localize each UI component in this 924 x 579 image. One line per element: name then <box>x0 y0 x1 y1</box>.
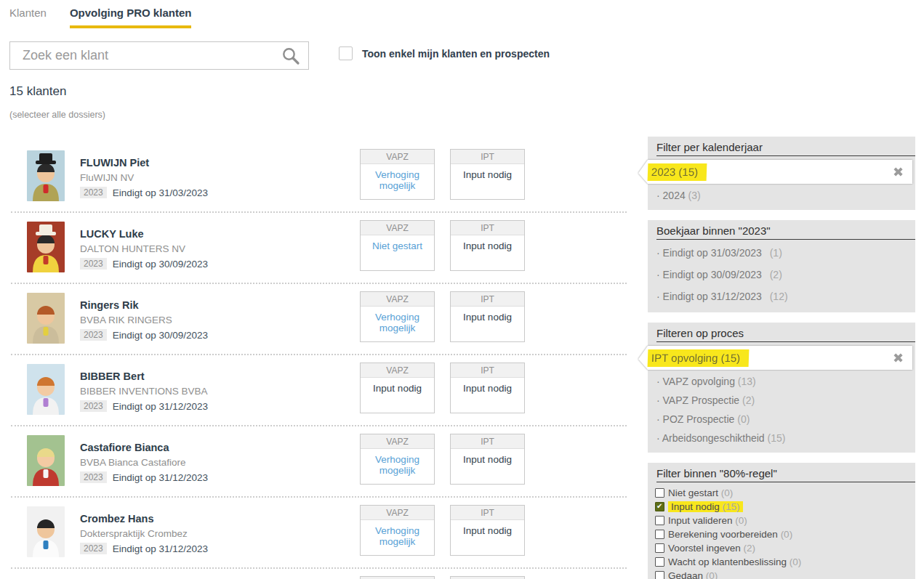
ipt-box: IPT Input nodig <box>450 220 525 271</box>
process-option-0[interactable]: VAPZ opvolging (13) <box>656 372 907 391</box>
rule80-option-4[interactable]: Voorstel ingeven (2) <box>655 541 908 555</box>
client-name: Ringers Rik <box>80 299 208 311</box>
ipt-status[interactable]: Input nodig <box>451 525 524 536</box>
option-count: (0) <box>737 413 750 425</box>
fiscal-end-date: Eindigt op 30/09/2023 <box>113 330 208 341</box>
client-name: FLUWIJN Piet <box>80 157 208 169</box>
option-label: VAPZ Prospectie <box>663 394 740 406</box>
client-meta: 2023 Eindigt op 30/09/2023 <box>80 258 208 270</box>
vapz-status[interactable]: Verhoging mogelijk <box>361 454 434 476</box>
vapz-box: VAPZ Verhoging mogelijk <box>360 505 435 556</box>
client-row-6[interactable]: VAPZ IPT <box>0 570 627 579</box>
option-count: (15) <box>768 432 786 444</box>
rule80-checkbox-2[interactable] <box>655 516 664 525</box>
process-option-3[interactable]: Arbeidsongeschiktheid (15) <box>656 429 907 448</box>
option-count: (2) <box>742 394 755 406</box>
ipt-status[interactable]: Input nodig <box>451 454 524 465</box>
boekjaar-filter-panel: Boekjaar binnen "2023" Eindigt op 31/03/… <box>648 220 915 312</box>
option-label: Input nodig <box>671 501 720 512</box>
client-name: LUCKY Luke <box>80 228 208 240</box>
client-row-1[interactable]: LUCKY Luke DALTON HUNTERS NV 2023 Eindig… <box>0 214 627 285</box>
ipt-label: IPT <box>451 434 524 449</box>
option-label: Arbeidsongeschiktheid <box>662 432 765 444</box>
ipt-status[interactable]: Input nodig <box>451 383 524 394</box>
rule80-option-1[interactable]: Input nodig (15) <box>655 500 908 514</box>
ipt-box: IPT Input nodig <box>450 505 525 556</box>
select-all-dossiers[interactable]: (selecteer alle dossiers) <box>9 110 105 120</box>
rule80-option-text: Voorstel ingeven (2) <box>668 543 755 554</box>
clear-calendar-filter-icon[interactable]: ✖ <box>893 166 904 179</box>
rule80-option-text: Berekening voorbereiden (0) <box>668 529 792 540</box>
year-badge: 2023 <box>80 471 107 483</box>
clear-process-filter-icon[interactable]: ✖ <box>893 352 904 365</box>
show-mine-checkbox[interactable] <box>339 46 353 60</box>
client-row-3[interactable]: BIBBER Bert BIBBER INVENTIONS BVBA 2023 … <box>0 356 627 427</box>
boekjaar-option-2[interactable]: Eindigt op 31/12/2023 (12) <box>656 286 907 307</box>
search-input[interactable] <box>10 47 281 64</box>
calendar-option-0[interactable]: 2024 (3) <box>656 186 907 205</box>
rule80-option-5[interactable]: Wacht op klantenbeslissing (0) <box>655 555 908 569</box>
calendar-year-filter-panel: Filter per kalenderjaar 2023 (15) ✖ 2024… <box>648 137 915 210</box>
fiscal-end-date: Eindigt op 30/09/2023 <box>113 259 208 270</box>
vapz-status[interactable]: Niet gestart <box>361 240 434 251</box>
ipt-status[interactable]: Input nodig <box>451 169 524 180</box>
ipt-status[interactable]: Input nodig <box>451 240 524 251</box>
client-search <box>9 41 309 70</box>
option-label: Gedaan <box>668 570 703 579</box>
vapz-label: VAPZ <box>361 221 434 235</box>
rule80-option-2[interactable]: Input valideren (0) <box>655 514 908 527</box>
client-meta: 2023 Eindigt op 31/12/2023 <box>80 543 208 554</box>
option-count: (13) <box>738 376 756 387</box>
process-option-2[interactable]: POZ Prospectie (0) <box>656 410 907 429</box>
boekjaar-option-1[interactable]: Eindigt op 30/09/2023 (2) <box>656 264 907 286</box>
vapz-status[interactable]: Input nodig <box>361 383 434 394</box>
year-badge: 2023 <box>80 187 107 198</box>
process-filter-panel: Filteren op proces IPT opvolging (15) ✖ … <box>648 323 915 453</box>
client-row-2[interactable]: Ringers Rik BVBA RIK RINGERS 2023 Eindig… <box>0 285 627 356</box>
rule80-option-text: Niet gestart (0) <box>668 487 733 498</box>
fiscal-end-date: Eindigt op 31/03/2023 <box>113 187 208 198</box>
rule80-checkbox-0[interactable] <box>655 488 664 498</box>
vapz-label: VAPZ <box>361 292 434 307</box>
search-icon[interactable] <box>281 46 300 65</box>
vapz-status[interactable]: Verhoging mogelijk <box>361 169 434 191</box>
rule80-checkbox-1[interactable] <box>655 502 664 511</box>
rule80-filter-options: Niet gestart (0) Input nodig (15) Input … <box>648 486 915 579</box>
client-company: BVBA Bianca Castafiore <box>80 457 208 468</box>
active-process-filter[interactable]: IPT opvolging (15) ✖ <box>638 346 912 370</box>
rule80-option-text: Gedaan (0) <box>668 570 718 579</box>
active-calendar-filter[interactable]: 2023 (15) ✖ <box>638 160 912 184</box>
process-option-1[interactable]: VAPZ Prospectie (2) <box>656 391 907 410</box>
client-row-5[interactable]: Crombez Hans Dokterspraktijk Crombez 202… <box>0 498 627 570</box>
ipt-label: IPT <box>451 292 524 307</box>
ipt-status[interactable]: Input nodig <box>451 312 524 323</box>
vapz-box: VAPZ Input nodig <box>360 363 435 413</box>
client-name: BIBBER Bert <box>80 371 208 382</box>
process-filter-options: VAPZ opvolging (13) VAPZ Prospectie (2) … <box>648 372 915 448</box>
rule80-checkbox-3[interactable] <box>655 530 664 539</box>
option-count: (12) <box>770 291 788 302</box>
option-count: (0) <box>735 515 747 526</box>
vapz-status[interactable]: Verhoging mogelijk <box>361 312 434 333</box>
rule80-option-0[interactable]: Niet gestart (0) <box>655 486 908 500</box>
rule80-checkbox-5[interactable] <box>655 557 664 567</box>
tab-0[interactable]: Klanten <box>9 7 47 28</box>
rule80-checkbox-4[interactable] <box>655 543 664 553</box>
boekjaar-option-0[interactable]: Eindigt op 31/03/2023 (1) <box>656 242 907 264</box>
tab-1[interactable]: Opvolging PRO klanten <box>70 7 192 28</box>
show-mine-filter: Toon enkel mijn klanten en prospecten <box>339 46 550 60</box>
vapz-box: VAPZ Verhoging mogelijk <box>360 149 435 200</box>
client-row-4[interactable]: Castafiore Bianca BVBA Bianca Castafiore… <box>0 427 627 498</box>
option-count: (15) <box>723 501 740 512</box>
client-name: Crombez Hans <box>80 513 208 525</box>
client-company: DALTON HUNTERS NV <box>80 243 208 254</box>
rule80-option-3[interactable]: Berekening voorbereiden (0) <box>655 527 908 541</box>
client-meta: 2023 Eindigt op 30/09/2023 <box>80 329 208 341</box>
option-count: (2) <box>744 543 756 554</box>
rule80-checkbox-6[interactable] <box>655 571 664 579</box>
panel-title-boekjaar: Boekjaar binnen "2023" <box>656 220 915 240</box>
rule80-option-6[interactable]: Gedaan (0) <box>655 569 908 579</box>
vapz-status[interactable]: Verhoging mogelijk <box>361 525 434 547</box>
client-row-0[interactable]: FLUWIJN Piet FluWIJN NV 2023 Eindigt op … <box>0 142 627 214</box>
filters-sidebar: Filter per kalenderjaar 2023 (15) ✖ 2024… <box>648 137 915 579</box>
